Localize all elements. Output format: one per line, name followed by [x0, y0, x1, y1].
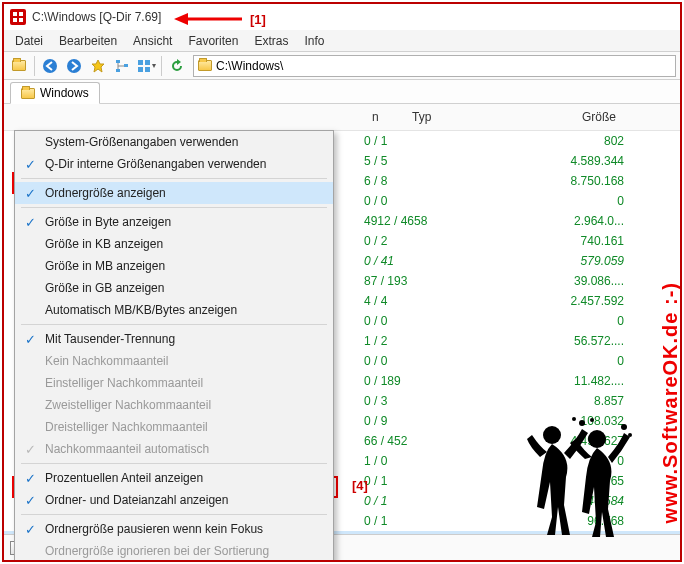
context-menu: System-Größenangaben verwenden✓Q-Dir int… — [14, 130, 334, 562]
cell-typ: 0 / 0 — [364, 354, 504, 368]
col-n[interactable]: n — [364, 108, 404, 126]
star-icon — [91, 59, 105, 73]
cell-typ: 66 / 452 — [364, 434, 504, 448]
menu-item: Dreistelliger Nachkommaanteil — [15, 416, 333, 438]
menu-favoriten[interactable]: Favoriten — [181, 31, 245, 51]
menu-item[interactable]: ✓Ordnergröße pausieren wenn kein Fokus — [15, 518, 333, 540]
svg-rect-10 — [116, 69, 120, 72]
menu-item[interactable]: Größe in MB anzeigen — [15, 255, 333, 277]
folder-button[interactable] — [8, 55, 30, 77]
cell-size: 579.059 — [504, 254, 624, 268]
cell-typ: 0 / 1 — [364, 474, 504, 488]
svg-marker-8 — [92, 60, 104, 72]
cell-size: 0 — [504, 314, 624, 328]
menu-item-label: Ordnergröße ignorieren bei der Sortierun… — [45, 544, 269, 558]
cell-typ: 1 / 2 — [364, 334, 504, 348]
menubar: Datei Bearbeiten Ansicht Favoriten Extra… — [4, 30, 680, 52]
cell-size: 2.457.592 — [504, 294, 624, 308]
svg-point-20 — [579, 420, 585, 426]
star-button[interactable] — [87, 55, 109, 77]
menu-item: Ordnergröße ignorieren bei der Sortierun… — [15, 540, 333, 562]
tree-icon — [115, 59, 129, 73]
toolbar: ▾ C:\Windows\ — [4, 52, 680, 80]
refresh-icon — [170, 59, 184, 73]
svg-point-24 — [628, 433, 632, 437]
menu-item-label: Zweistelliger Nachkommaanteil — [45, 398, 211, 412]
cell-typ: 0 / 1 — [364, 494, 504, 508]
svg-rect-12 — [138, 60, 143, 65]
list-header: n Typ Größe — [4, 104, 680, 131]
menu-separator — [21, 514, 327, 515]
col-typ[interactable]: Typ — [404, 108, 504, 126]
cell-typ: 0 / 1 — [364, 514, 504, 528]
menu-item[interactable]: ✓Mit Tausender-Trennung — [15, 328, 333, 350]
svg-rect-3 — [19, 18, 23, 22]
menu-item[interactable]: Automatisch MB/KB/Bytes anzeigen — [15, 299, 333, 321]
tab-label: Windows — [40, 86, 89, 100]
menu-item-label: Einstelliger Nachkommaanteil — [45, 376, 203, 390]
cell-typ: 1 / 0 — [364, 454, 504, 468]
cell-size: 740.161 — [504, 234, 624, 248]
check-icon: ✓ — [22, 441, 38, 457]
menu-item[interactable]: ✓Prozentuellen Anteil anzeigen — [15, 467, 333, 489]
cell-size: 802 — [504, 134, 624, 148]
menu-item-label: Nachkommaanteil automatisch — [45, 442, 209, 456]
address-path: C:\Windows\ — [216, 59, 283, 73]
tree-button[interactable] — [111, 55, 133, 77]
svg-point-6 — [43, 59, 57, 73]
menu-item-label: Mit Tausender-Trennung — [45, 332, 175, 346]
check-icon: ✓ — [22, 521, 38, 537]
menu-item[interactable]: ✓Ordner- und Dateianzahl anzeigen — [15, 489, 333, 511]
cell-size: 0 — [504, 354, 624, 368]
tab-windows[interactable]: Windows — [10, 82, 100, 104]
menu-item[interactable]: Größe in GB anzeigen — [15, 277, 333, 299]
svg-rect-2 — [13, 18, 17, 22]
svg-rect-0 — [13, 12, 17, 16]
menu-item-label: Ordnergröße pausieren wenn kein Fokus — [45, 522, 263, 536]
menu-item-label: Q-Dir interne Größenangaben verwenden — [45, 157, 266, 171]
chevron-down-icon: ▾ — [152, 61, 156, 70]
menu-item-label: Ordner- und Dateianzahl anzeigen — [45, 493, 228, 507]
window-title: C:\Windows [Q-Dir 7.69] — [32, 10, 161, 24]
menu-extras[interactable]: Extras — [247, 31, 295, 51]
menu-item-label: Größe in Byte anzeigen — [45, 215, 171, 229]
check-icon: ✓ — [22, 214, 38, 230]
cell-size: 8.750.168 — [504, 174, 624, 188]
menu-item[interactable]: ✓Q-Dir interne Größenangaben verwenden — [15, 153, 333, 175]
svg-point-21 — [590, 418, 594, 422]
menu-info[interactable]: Info — [297, 31, 331, 51]
svg-rect-15 — [145, 67, 150, 72]
watermark-text: www.SoftwareOK.de :-) — [659, 282, 682, 523]
view-button[interactable]: ▾ — [135, 55, 157, 77]
menu-item[interactable]: ✓Ordnergröße anzeigen — [15, 182, 333, 204]
menu-datei[interactable]: Datei — [8, 31, 50, 51]
col-size[interactable]: Größe — [504, 108, 624, 126]
menu-item-label: Prozentuellen Anteil anzeigen — [45, 471, 203, 485]
folder-icon — [21, 88, 35, 99]
cell-size: 0 — [504, 194, 624, 208]
menu-bearbeiten[interactable]: Bearbeiten — [52, 31, 124, 51]
menu-item: Kein Nachkommaanteil — [15, 350, 333, 372]
menu-item[interactable]: Größe in KB anzeigen — [15, 233, 333, 255]
nav-back-button[interactable] — [39, 55, 61, 77]
separator — [34, 56, 35, 76]
cell-typ: 87 / 193 — [364, 274, 504, 288]
menu-separator — [21, 463, 327, 464]
cell-typ: 0 / 0 — [364, 194, 504, 208]
nav-forward-button[interactable] — [63, 55, 85, 77]
svg-rect-13 — [145, 60, 150, 65]
address-bar[interactable]: C:\Windows\ — [193, 55, 676, 77]
menu-item[interactable]: ✓Größe in Byte anzeigen — [15, 211, 333, 233]
cell-typ: 0 / 189 — [364, 374, 504, 388]
refresh-button[interactable] — [166, 55, 188, 77]
cell-size: 56.572.... — [504, 334, 624, 348]
svg-rect-9 — [116, 60, 120, 63]
menu-item: Zweistelliger Nachkommaanteil — [15, 394, 333, 416]
menu-ansicht[interactable]: Ansicht — [126, 31, 179, 51]
check-icon: ✓ — [22, 331, 38, 347]
menu-item[interactable]: System-Größenangaben verwenden — [15, 131, 333, 153]
check-icon: ✓ — [22, 156, 38, 172]
svg-point-19 — [588, 430, 606, 448]
menu-separator — [21, 178, 327, 179]
menu-item: Einstelliger Nachkommaanteil — [15, 372, 333, 394]
